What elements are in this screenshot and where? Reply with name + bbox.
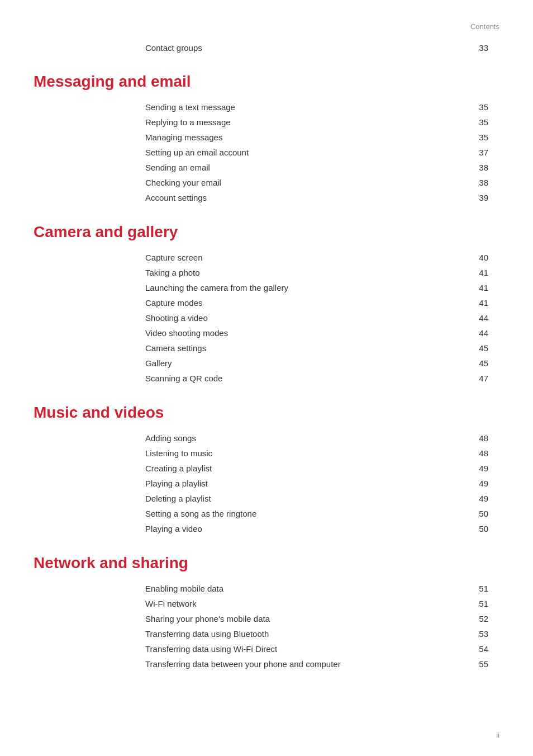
toc-entry: Replying to a message35 bbox=[145, 115, 488, 130]
entry-title: Setting up an email account bbox=[145, 148, 249, 157]
entry-title: Listening to music bbox=[145, 448, 212, 458]
toc-entry: Checking your email38 bbox=[145, 175, 488, 190]
entry-page: 54 bbox=[472, 644, 488, 654]
toc-entry: Transferring data using Bluetooth53 bbox=[145, 626, 488, 641]
entry-title: Shooting a video bbox=[145, 313, 208, 323]
toc-entries-music-and-videos: Adding songs48Listening to music48Creati… bbox=[145, 431, 488, 536]
page-footer: ii bbox=[496, 731, 499, 739]
entry-page: 39 bbox=[472, 193, 488, 202]
toc-entry: Managing messages35 bbox=[145, 130, 488, 145]
entry-page: 35 bbox=[472, 102, 488, 112]
entry-page: 44 bbox=[472, 313, 488, 323]
toc-entry: Enabling mobile data51 bbox=[145, 581, 488, 596]
entry-page: 40 bbox=[472, 253, 488, 262]
entry-title: Transferring data between your phone and… bbox=[145, 659, 341, 669]
entry-title: Launching the camera from the gallery bbox=[145, 283, 288, 292]
entry-page: 41 bbox=[472, 298, 488, 308]
entry-title: Account settings bbox=[145, 193, 207, 202]
section-heading-music-and-videos: Music and videos bbox=[34, 404, 499, 422]
entry-page: 41 bbox=[472, 268, 488, 277]
entry-title: Playing a playlist bbox=[145, 479, 208, 488]
header-label: Contents bbox=[470, 22, 499, 31]
entry-title: Deleting a playlist bbox=[145, 494, 211, 503]
entry-title: Replying to a message bbox=[145, 117, 231, 127]
entry-page: 45 bbox=[472, 343, 488, 353]
toc-entry: Listening to music48 bbox=[145, 446, 488, 461]
toc-entry: Adding songs48 bbox=[145, 431, 488, 446]
toc-entry: Scanning a QR code47 bbox=[145, 371, 488, 386]
entry-title: Playing a video bbox=[145, 524, 202, 533]
toc-sections: Messaging and emailSending a text messag… bbox=[34, 73, 499, 672]
entry-page: 48 bbox=[472, 433, 488, 443]
entry-page: 49 bbox=[472, 464, 488, 473]
entry-title: Sharing your phone's mobile data bbox=[145, 614, 270, 623]
entry-page: 38 bbox=[472, 163, 488, 172]
entry-page: 51 bbox=[472, 584, 488, 593]
entry-title: Transferring data using Bluetooth bbox=[145, 629, 269, 639]
toc-entry: Playing a playlist49 bbox=[145, 476, 488, 491]
toc-entry: Sending an email38 bbox=[145, 160, 488, 175]
entry-title: Creating a playlist bbox=[145, 464, 212, 473]
entry-title: Taking a photo bbox=[145, 268, 200, 277]
toc-entry: Taking a photo41 bbox=[145, 265, 488, 280]
section-heading-camera-and-gallery: Camera and gallery bbox=[34, 223, 499, 241]
entry-page: 55 bbox=[472, 659, 488, 669]
entry-page: 51 bbox=[472, 599, 488, 608]
entry-page: 35 bbox=[472, 133, 488, 142]
toc-entry: Camera settings45 bbox=[145, 341, 488, 356]
entry-page: 37 bbox=[472, 148, 488, 157]
entry-title: Video shooting modes bbox=[145, 328, 228, 338]
toc-entry: Shooting a video44 bbox=[145, 310, 488, 325]
entry-title: Enabling mobile data bbox=[145, 584, 223, 593]
entry-page: 49 bbox=[472, 494, 488, 503]
entry-title: Sending an email bbox=[145, 163, 210, 172]
toc-entry: Capture modes41 bbox=[145, 295, 488, 310]
entry-page: 33 bbox=[472, 43, 488, 53]
entry-page: 35 bbox=[472, 117, 488, 127]
toc-entry: Transferring data between your phone and… bbox=[145, 656, 488, 672]
toc-entry: Setting up an email account37 bbox=[145, 145, 488, 160]
entry-page: 50 bbox=[472, 524, 488, 533]
top-entry-contact-groups: Contact groups 33 bbox=[145, 41, 488, 55]
entry-page: 45 bbox=[472, 358, 488, 368]
entry-page: 44 bbox=[472, 328, 488, 338]
toc-entry: Playing a video50 bbox=[145, 521, 488, 536]
toc-entry: Gallery45 bbox=[145, 356, 488, 371]
page-header: Contents bbox=[34, 22, 499, 35]
entry-title: Camera settings bbox=[145, 343, 206, 353]
entry-title: Capture screen bbox=[145, 253, 203, 262]
toc-entry: Account settings39 bbox=[145, 190, 488, 205]
entry-title: Contact groups bbox=[145, 43, 202, 53]
section-heading-network-and-sharing: Network and sharing bbox=[34, 554, 499, 572]
entry-title: Wi-Fi network bbox=[145, 599, 197, 608]
entry-title: Setting a song as the ringtone bbox=[145, 509, 256, 518]
toc-entry: Deleting a playlist49 bbox=[145, 491, 488, 506]
toc-entries-camera-and-gallery: Capture screen40Taking a photo41Launchin… bbox=[145, 250, 488, 386]
entry-page: 47 bbox=[472, 374, 488, 383]
toc-entry: Video shooting modes44 bbox=[145, 325, 488, 341]
toc-entries-messaging-and-email: Sending a text message35Replying to a me… bbox=[145, 100, 488, 205]
entry-title: Managing messages bbox=[145, 133, 222, 142]
footer-page-number: ii bbox=[496, 731, 499, 739]
entry-page: 41 bbox=[472, 283, 488, 292]
entry-page: 53 bbox=[472, 629, 488, 639]
entry-title: Checking your email bbox=[145, 178, 221, 187]
section-heading-messaging-and-email: Messaging and email bbox=[34, 73, 499, 91]
toc-entry: Wi-Fi network51 bbox=[145, 596, 488, 611]
entry-page: 48 bbox=[472, 448, 488, 458]
toc-entry: Sharing your phone's mobile data52 bbox=[145, 611, 488, 626]
entry-title: Sending a text message bbox=[145, 102, 235, 112]
toc-entries-network-and-sharing: Enabling mobile data51Wi-Fi network51Sha… bbox=[145, 581, 488, 672]
entry-page: 50 bbox=[472, 509, 488, 518]
entry-page: 49 bbox=[472, 479, 488, 488]
entry-page: 38 bbox=[472, 178, 488, 187]
toc-entry: Launching the camera from the gallery41 bbox=[145, 280, 488, 295]
toc-entry: Transferring data using Wi-Fi Direct54 bbox=[145, 641, 488, 656]
toc-entry: Sending a text message35 bbox=[145, 100, 488, 115]
toc-entry: Creating a playlist49 bbox=[145, 461, 488, 476]
entry-page: 52 bbox=[472, 614, 488, 623]
entry-title: Scanning a QR code bbox=[145, 374, 222, 383]
entry-title: Adding songs bbox=[145, 433, 196, 443]
entry-title: Transferring data using Wi-Fi Direct bbox=[145, 644, 277, 654]
entry-title: Capture modes bbox=[145, 298, 203, 308]
